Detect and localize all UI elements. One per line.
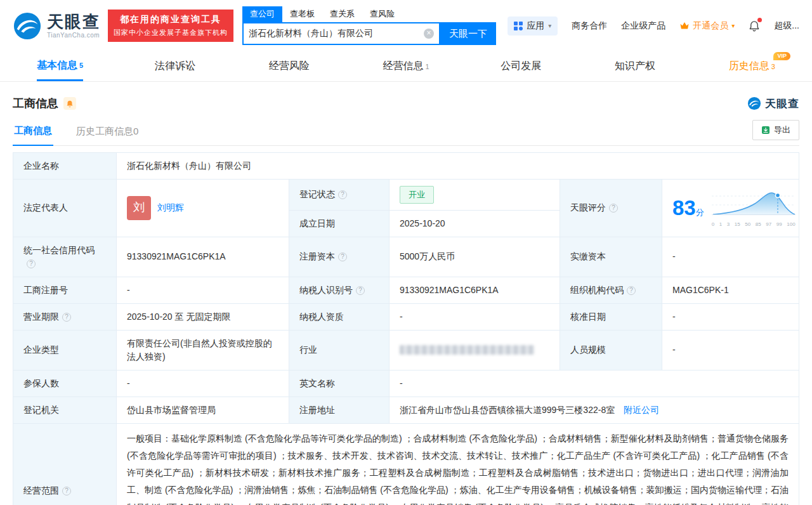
field-label-cell: 工商注册号 [13,277,117,303]
field-label-cell: 英文名称 [289,370,390,397]
field-label-cell: 组织机构代码? [560,277,662,303]
top-nav: 应用 ▾ 商务合作 企业级产品 开通会员 ▾ 超级... [508,16,799,36]
reg-address-label: 注册地址 [299,405,335,415]
field-value-cell: 83分 [662,180,799,237]
legal-rep-link[interactable]: 刘明辉 [157,201,184,214]
axis-tick: 15 [735,221,740,228]
field-value-cell: - [662,237,799,277]
tab-intellectual-property[interactable]: 知识产权 [615,51,657,81]
apps-grid-icon [514,22,523,30]
tab-label: 法律诉讼 [155,60,195,73]
english-name-value: - [400,378,403,388]
search-tab-risk[interactable]: 查风险 [362,6,402,22]
search-tab-company[interactable]: 查公司 [242,6,282,22]
field-value-cell: 浙江省舟山市岱山县岱西镇徐福大道999号三楼322-8室 附近公司 [390,397,799,423]
tab-company-development[interactable]: 公司发展 [501,51,543,81]
axis-tick: 99 [776,221,782,228]
search-tab-boss[interactable]: 查老板 [282,6,322,22]
field-label-cell: 注册地址 [289,397,390,423]
status-badge: 开业 [400,186,434,204]
company-type-value: 有限责任公司(非自然人投资或控股的法人独资) [127,338,272,362]
axis-tick: 0 [712,221,714,228]
table-row: 经营范围? 一般项目：基础化学原料制造 (不含危险化学品等许可类化学品的制造) … [13,423,799,505]
nav-business-coop[interactable]: 商务合作 [572,20,607,32]
tab-basic-info[interactable]: 基本信息5 [37,51,83,81]
search-tab-relation[interactable]: 查关系 [322,6,362,22]
taxpayer-id-value: 91330921MAG1C6PK1A [400,285,499,295]
info-icon[interactable]: ? [338,253,347,261]
tab-label: 经营信息 [383,60,423,73]
table-row: 登记机关 岱山县市场监督管理局 注册地址 浙江省舟山市岱山县岱西镇徐福大道999… [13,397,799,423]
search-button[interactable]: 天眼一下 [440,22,496,45]
field-value-cell: 2025-10-20 [390,210,560,237]
tab-label: 公司发展 [501,60,541,73]
apps-menu[interactable]: 应用 ▾ [508,16,558,36]
tab-legal-proceedings[interactable]: 法律诉讼 [155,51,197,81]
table-row: 企业名称 浙石化新材料（舟山）有限公司 [13,153,799,180]
table-row: 统一社会信用代码? 91330921MAG1C6PK1A 注册资本? 5000万… [13,237,799,277]
nav-super-vip[interactable]: 超级... [774,20,799,32]
field-value-cell: 91330921MAG1C6PK1A [117,237,289,277]
subtab-business-registration[interactable]: 工商信息 [13,120,53,146]
org-code-value: MAG1C6PK-1 [672,285,729,295]
export-icon [761,126,770,134]
reg-capital-value: 5000万人民币 [400,251,455,261]
notifications[interactable] [749,20,760,32]
section-title: 工商信息 [13,96,58,111]
score-chart: 0 1 3 15 50 85 97 99 100 [712,187,796,228]
field-label-cell: 登记机关 [13,397,117,423]
monitor-bell-button[interactable] [63,97,76,110]
english-name-label: 英文名称 [299,378,335,388]
chevron-down-icon: ▾ [731,22,735,29]
info-icon[interactable]: ? [338,190,347,199]
tianyancha-logo[interactable]: 天眼查 TianYanCha.com [13,11,100,41]
field-label-cell: 人员规模 [560,330,662,370]
subtab-history-registration[interactable]: 历史工商信息0 [75,121,140,145]
field-label-cell: 行业 [289,330,390,370]
info-icon[interactable]: ? [62,313,71,322]
industry-label: 行业 [299,344,317,355]
info-icon[interactable]: ? [609,204,618,213]
page-tabs: 基本信息5 法律诉讼 经营风险 经营信息1 公司发展 知识产权 历史信息3 VI… [0,51,812,82]
legal-rep-label: 法定代表人 [23,202,68,213]
tab-business-info[interactable]: 经营信息1 [383,51,429,81]
info-icon[interactable]: ? [27,259,36,268]
legal-rep-avatar[interactable]: 刘 [127,196,151,220]
chevron-down-icon: ▾ [548,22,551,29]
nav-open-vip[interactable]: 开通会员 ▾ [679,20,735,32]
notification-dot [757,18,762,22]
tab-label: 历史信息 [729,60,769,73]
field-label-cell: 登记状态? [289,180,390,211]
field-label-cell: 参保人数 [13,370,117,397]
taxpayer-quality-label: 纳税人资质 [299,312,344,322]
search-row: × 天眼一下 [242,22,496,45]
export-label: 导出 [774,124,790,136]
field-value-cell: 浙石化新材料（舟山）有限公司 [117,153,799,180]
tab-label: 基本信息 [37,59,77,72]
vip-label: 开通会员 [693,20,728,32]
field-value-cell: 岱山县市场监督管理局 [117,397,289,423]
tab-history-info[interactable]: 历史信息3 VIP [729,51,775,81]
field-label-cell: 统一社会信用代码? [13,237,117,277]
business-scope-value: 一般项目：基础化学原料制造 (不含危险化学品等许可类化学品的制造) ；合成材料制… [127,430,789,505]
brand-domain: TianYanCha.com [47,32,100,39]
field-label-cell: 注册资本? [289,237,390,277]
tab-operational-risk[interactable]: 经营风险 [269,51,311,81]
business-info-table: 企业名称 浙石化新材料（舟山）有限公司 法定代表人 刘 刘明辉 登记状态? 开业 [13,152,799,505]
nav-enterprise-product[interactable]: 企业级产品 [621,20,665,32]
export-button[interactable]: 导出 [752,120,799,140]
field-label-cell: 企业类型 [13,330,117,370]
clear-icon[interactable]: × [424,29,434,39]
promo-line1: 都在用的商业查询工具 [114,14,228,25]
info-icon[interactable]: ? [62,487,71,495]
business-term-value: 2025-10-20 至 无固定期限 [127,312,230,322]
info-icon[interactable]: ? [627,286,636,295]
search-tabs: 查公司 查老板 查关系 查风险 [242,6,496,22]
insured-count-label: 参保人数 [23,378,59,388]
nearby-companies-link[interactable]: 附近公司 [624,405,659,415]
field-label-cell: 实缴资本 [560,237,662,277]
search-input[interactable] [249,29,424,39]
paid-capital-label: 实缴资本 [570,251,606,261]
field-value-cell: - [662,303,799,330]
info-icon[interactable]: ? [356,286,365,295]
